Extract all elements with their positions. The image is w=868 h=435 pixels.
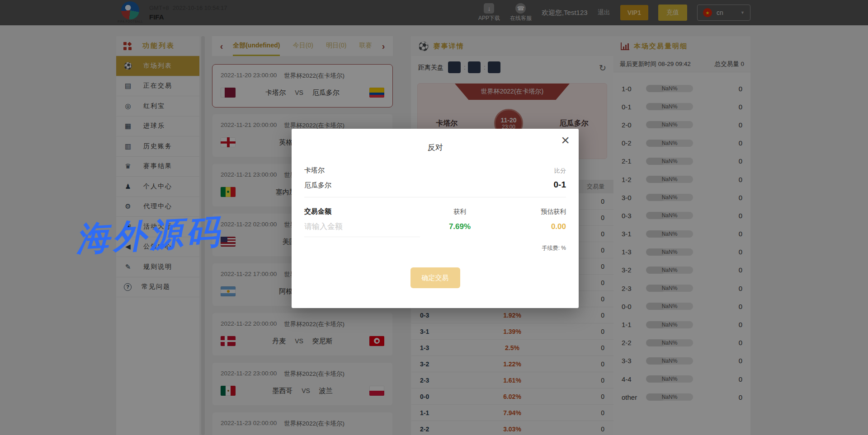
modal-divider [304, 197, 566, 197]
close-icon[interactable] [561, 131, 570, 149]
profit-value: 7.69% [426, 222, 494, 231]
estimated-profit-value: 0.00 [494, 222, 566, 231]
modal-score-value: 0-1 [554, 180, 566, 190]
app-root: FIFA FOOTBALL GMT+82022-10-16 10:54:17 F… [0, 0, 868, 435]
confirm-trade-button[interactable]: 确定交易 [410, 267, 460, 288]
estimated-profit-label: 预估获利 [494, 208, 566, 216]
fee-note: 手续费: % [494, 244, 566, 252]
modal-score-label: 比分 [554, 167, 566, 175]
modal-away-team: 厄瓜多尔 [304, 181, 331, 190]
profit-label: 获利 [426, 208, 494, 216]
trade-modal: 反对 卡塔尔 比分 厄瓜多尔 0-1 交易金额 获利 预估获利 7.69% 0.… [292, 129, 579, 308]
amount-label: 交易金额 [304, 207, 426, 216]
modal-home-team: 卡塔尔 [304, 166, 325, 175]
amount-input[interactable] [304, 216, 420, 237]
modal-title: 反对 [292, 142, 579, 153]
